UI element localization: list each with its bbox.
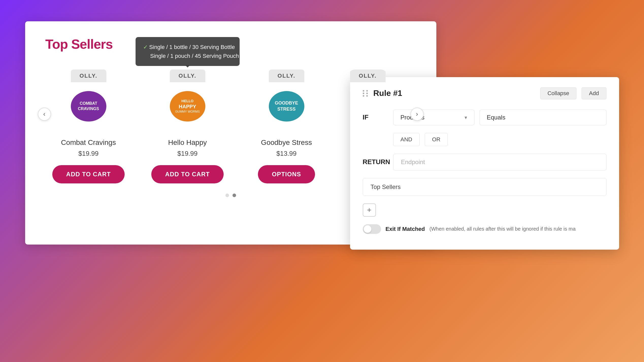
bottle-cap-hooha: OLLY.	[350, 70, 386, 82]
product-price-stress: $13.99	[276, 150, 297, 158]
bottle-happy: OLLY. HELLO HAPPY GUMMY WORMS	[165, 70, 210, 130]
top-sellers-value: Top Sellers	[371, 183, 401, 190]
endpoint-field[interactable]: Endpoint	[393, 154, 606, 170]
rule-title: Rule #1	[373, 89, 402, 98]
exit-if-matched-toggle[interactable]	[363, 224, 381, 234]
bottle-label: COMBATCRAVINGS	[71, 91, 106, 122]
nav-arrow-left[interactable]: ‹	[38, 108, 51, 121]
dropdown-option1: Single / 1 bottle / 30 Serving Bottle	[149, 44, 235, 50]
product-price: $19.99	[78, 150, 99, 158]
nav-arrow-right[interactable]: ›	[410, 108, 424, 121]
chevron-down-icon: ▾	[465, 114, 467, 120]
bottle-cap-stress: OLLY.	[269, 70, 304, 82]
bottle-body: COMBATCRAVINGS	[66, 82, 111, 130]
bottle-label-happy: HELLO HAPPY GUMMY WORMS	[170, 91, 205, 122]
olly-brand-hooha: OLLY.	[359, 73, 376, 79]
product-dropdown-happy: ✓ Single / 1 bottle / 30 Serving Bottle …	[136, 37, 240, 66]
product-price-happy: $19.99	[177, 150, 198, 158]
product-name: Combat Cravings	[61, 139, 116, 147]
product-image-stress: OLLY. GOODBYESTRESS	[259, 67, 315, 133]
product-name-stress: Goodbye Stress	[261, 139, 312, 147]
toggle-knob	[364, 225, 371, 233]
collapse-button[interactable]: Collapse	[540, 87, 577, 99]
condition-select-text: Products	[401, 114, 461, 121]
bottle-cap-happy: OLLY.	[170, 70, 205, 82]
bottle-body-stress: GOODBYESTRESS	[264, 82, 309, 130]
or-button[interactable]: OR	[425, 133, 448, 146]
dot-2[interactable]	[233, 194, 236, 197]
product-name-happy: Hello Happy	[168, 139, 207, 147]
product-image-happy: OLLY. HELLO HAPPY GUMMY WORMS	[160, 67, 216, 133]
endpoint-placeholder: Endpoint	[401, 159, 425, 165]
and-button[interactable]: AND	[393, 133, 420, 146]
olly-brand: OLLY.	[79, 73, 97, 79]
return-label: RETURN	[363, 158, 388, 166]
add-to-cart-button-happy[interactable]: ADD TO CART	[151, 165, 224, 183]
top-sellers-value-box: Top Sellers	[363, 178, 606, 196]
condition-select[interactable]: Products ▾	[393, 110, 474, 125]
bottle-combat: OLLY. COMBATCRAVINGS	[66, 70, 111, 130]
bottle-cap: OLLY.	[71, 70, 106, 82]
exit-description: (When enabled, all rules after this will…	[430, 226, 576, 232]
equals-label: Equals	[487, 114, 505, 121]
product-card-combat: OLLY. COMBATCRAVINGS Combat Cravings $19…	[45, 67, 132, 183]
dropdown-option2: Single / 1 pouch / 45 Serving Pouch	[143, 53, 239, 59]
drag-handle-icon[interactable]	[363, 90, 369, 97]
exit-if-matched-label: Exit If Matched	[386, 226, 425, 232]
options-button-stress[interactable]: OPTIONS	[258, 165, 315, 183]
add-condition-button[interactable]: +	[363, 203, 376, 217]
check-icon: ✓	[143, 44, 149, 50]
equals-select[interactable]: Equals	[480, 110, 606, 125]
if-label: IF	[363, 113, 388, 121]
bottle-stress: OLLY. GOODBYESTRESS	[264, 70, 309, 130]
olly-brand-happy: OLLY.	[178, 73, 196, 79]
exit-if-matched-row: Exit If Matched (When enabled, all rules…	[363, 224, 606, 234]
bottle-label-stress: GOODBYESTRESS	[269, 91, 304, 122]
rule-header-left: Rule #1	[363, 89, 402, 98]
dot-1[interactable]	[225, 194, 229, 197]
if-row: IF Products ▾ Equals	[363, 110, 606, 125]
product-card-happy: ✓ Single / 1 bottle / 30 Serving Bottle …	[144, 67, 231, 183]
product-image-combat: OLLY. COMBATCRAVINGS	[61, 67, 117, 133]
bottle-body-happy: HELLO HAPPY GUMMY WORMS	[165, 82, 210, 130]
return-row: RETURN Endpoint	[363, 154, 606, 170]
rule-panel: Rule #1 Collapse Add IF Products ▾ Equal…	[350, 77, 619, 250]
olly-brand-stress: OLLY.	[277, 73, 295, 79]
add-button[interactable]: Add	[582, 87, 606, 99]
and-or-row: AND OR	[393, 133, 606, 146]
rule-header-right: Collapse Add	[540, 87, 606, 99]
rule-panel-header: Rule #1 Collapse Add	[363, 87, 606, 99]
add-to-cart-button-combat[interactable]: ADD TO CART	[52, 165, 125, 183]
product-card-stress: OLLY. GOODBYESTRESS Goodbye Stress $13.9…	[243, 67, 330, 183]
